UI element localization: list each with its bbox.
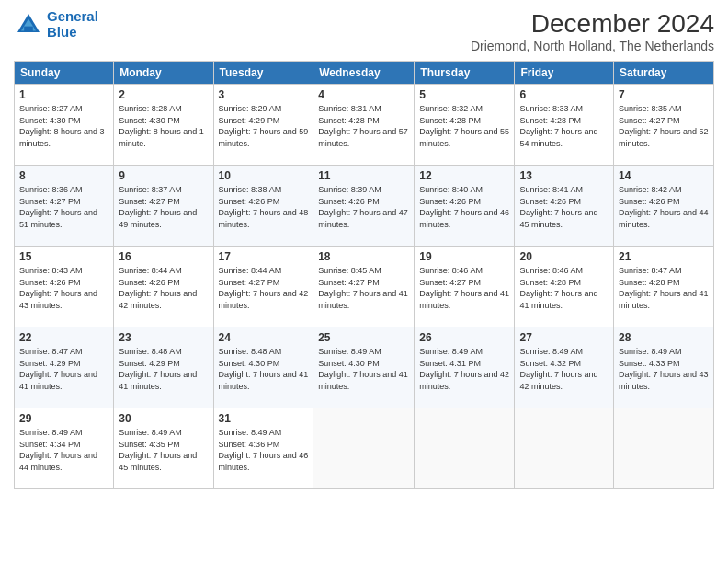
day-number: 29	[19, 412, 108, 425]
calendar-cell: 1 Sunrise: 8:27 AMSunset: 4:30 PMDayligh…	[15, 85, 114, 166]
svg-rect-2	[24, 26, 33, 31]
calendar-cell: 6 Sunrise: 8:33 AMSunset: 4:28 PMDayligh…	[515, 85, 614, 166]
day-info: Sunrise: 8:40 AMSunset: 4:26 PMDaylight:…	[419, 185, 509, 229]
day-info: Sunrise: 8:49 AMSunset: 4:35 PMDaylight:…	[119, 428, 197, 472]
day-number: 31	[219, 412, 309, 425]
day-number: 12	[419, 169, 509, 182]
col-saturday: Saturday	[614, 62, 714, 85]
calendar-cell: 21 Sunrise: 8:47 AMSunset: 4:28 PMDaylig…	[614, 247, 714, 327]
calendar-cell: 22 Sunrise: 8:47 AMSunset: 4:29 PMDaylig…	[15, 327, 114, 408]
calendar-cell: 12 Sunrise: 8:40 AMSunset: 4:26 PMDaylig…	[415, 166, 515, 247]
day-number: 11	[318, 169, 409, 182]
calendar-cell: 9 Sunrise: 8:37 AMSunset: 4:27 PMDayligh…	[114, 166, 213, 247]
day-number: 14	[619, 169, 709, 182]
day-number: 30	[119, 412, 208, 425]
day-info: Sunrise: 8:49 AMSunset: 4:36 PMDaylight:…	[219, 428, 309, 472]
day-number: 4	[318, 88, 409, 101]
day-info: Sunrise: 8:42 AMSunset: 4:26 PMDaylight:…	[619, 185, 709, 229]
header: General Blue December 2024 Driemond, Nor…	[14, 9, 714, 53]
calendar-cell	[515, 408, 614, 489]
day-number: 18	[318, 250, 409, 263]
calendar-cell: 23 Sunrise: 8:48 AMSunset: 4:29 PMDaylig…	[114, 327, 213, 408]
day-info: Sunrise: 8:46 AMSunset: 4:28 PMDaylight:…	[519, 266, 597, 310]
day-info: Sunrise: 8:49 AMSunset: 4:32 PMDaylight:…	[519, 347, 597, 391]
col-tuesday: Tuesday	[213, 62, 313, 85]
day-number: 17	[219, 250, 309, 263]
calendar-cell: 18 Sunrise: 8:45 AMSunset: 4:27 PMDaylig…	[313, 247, 415, 327]
calendar-cell: 20 Sunrise: 8:46 AMSunset: 4:28 PMDaylig…	[515, 247, 614, 327]
day-info: Sunrise: 8:46 AMSunset: 4:27 PMDaylight:…	[419, 266, 509, 310]
day-info: Sunrise: 8:45 AMSunset: 4:27 PMDaylight:…	[318, 266, 408, 310]
day-info: Sunrise: 8:37 AMSunset: 4:27 PMDaylight:…	[119, 185, 197, 229]
day-number: 19	[419, 250, 509, 263]
title-block: December 2024 Driemond, North Holland, T…	[471, 9, 714, 53]
day-number: 2	[119, 88, 208, 101]
day-info: Sunrise: 8:48 AMSunset: 4:30 PMDaylight:…	[219, 347, 309, 391]
day-number: 5	[419, 88, 509, 101]
calendar-cell: 5 Sunrise: 8:32 AMSunset: 4:28 PMDayligh…	[415, 85, 515, 166]
col-friday: Friday	[515, 62, 614, 85]
col-monday: Monday	[114, 62, 213, 85]
day-info: Sunrise: 8:36 AMSunset: 4:27 PMDaylight:…	[19, 185, 97, 229]
day-info: Sunrise: 8:48 AMSunset: 4:29 PMDaylight:…	[119, 347, 197, 391]
calendar-cell: 26 Sunrise: 8:49 AMSunset: 4:31 PMDaylig…	[415, 327, 515, 408]
day-info: Sunrise: 8:33 AMSunset: 4:28 PMDaylight:…	[519, 104, 597, 148]
calendar-cell: 16 Sunrise: 8:44 AMSunset: 4:26 PMDaylig…	[114, 247, 213, 327]
calendar-cell: 13 Sunrise: 8:41 AMSunset: 4:26 PMDaylig…	[515, 166, 614, 247]
day-number: 16	[119, 250, 208, 263]
calendar-body: 1 Sunrise: 8:27 AMSunset: 4:30 PMDayligh…	[15, 85, 714, 489]
day-info: Sunrise: 8:44 AMSunset: 4:27 PMDaylight:…	[219, 266, 309, 310]
day-info: Sunrise: 8:41 AMSunset: 4:26 PMDaylight:…	[519, 185, 597, 229]
calendar-week-5: 29 Sunrise: 8:49 AMSunset: 4:34 PMDaylig…	[15, 408, 714, 489]
day-info: Sunrise: 8:49 AMSunset: 4:33 PMDaylight:…	[619, 347, 709, 391]
day-number: 6	[519, 88, 609, 101]
day-info: Sunrise: 8:28 AMSunset: 4:30 PMDaylight:…	[119, 104, 204, 148]
day-number: 8	[19, 169, 108, 182]
calendar-week-4: 22 Sunrise: 8:47 AMSunset: 4:29 PMDaylig…	[15, 327, 714, 408]
calendar-cell: 8 Sunrise: 8:36 AMSunset: 4:27 PMDayligh…	[15, 166, 114, 247]
logo-text: General Blue	[47, 9, 98, 40]
calendar-week-3: 15 Sunrise: 8:43 AMSunset: 4:26 PMDaylig…	[15, 247, 714, 327]
day-info: Sunrise: 8:49 AMSunset: 4:31 PMDaylight:…	[419, 347, 509, 391]
calendar-cell: 17 Sunrise: 8:44 AMSunset: 4:27 PMDaylig…	[213, 247, 313, 327]
calendar-cell: 29 Sunrise: 8:49 AMSunset: 4:34 PMDaylig…	[15, 408, 114, 489]
calendar-cell: 7 Sunrise: 8:35 AMSunset: 4:27 PMDayligh…	[614, 85, 714, 166]
subtitle: Driemond, North Holland, The Netherlands	[471, 39, 714, 53]
day-number: 23	[119, 331, 208, 344]
day-info: Sunrise: 8:49 AMSunset: 4:30 PMDaylight:…	[318, 347, 408, 391]
calendar-week-2: 8 Sunrise: 8:36 AMSunset: 4:27 PMDayligh…	[15, 166, 714, 247]
day-number: 20	[519, 250, 609, 263]
day-info: Sunrise: 8:43 AMSunset: 4:26 PMDaylight:…	[19, 266, 97, 310]
day-number: 25	[318, 331, 409, 344]
day-number: 22	[19, 331, 108, 344]
day-number: 21	[619, 250, 709, 263]
day-info: Sunrise: 8:35 AMSunset: 4:27 PMDaylight:…	[619, 104, 709, 148]
calendar-cell	[415, 408, 515, 489]
logo-icon	[14, 10, 43, 40]
calendar-cell: 30 Sunrise: 8:49 AMSunset: 4:35 PMDaylig…	[114, 408, 213, 489]
day-info: Sunrise: 8:31 AMSunset: 4:28 PMDaylight:…	[318, 104, 408, 148]
day-info: Sunrise: 8:47 AMSunset: 4:28 PMDaylight:…	[619, 266, 709, 310]
calendar-cell: 10 Sunrise: 8:38 AMSunset: 4:26 PMDaylig…	[213, 166, 313, 247]
calendar-cell	[614, 408, 714, 489]
day-number: 9	[119, 169, 208, 182]
col-thursday: Thursday	[415, 62, 515, 85]
col-sunday: Sunday	[15, 62, 114, 85]
calendar-cell: 4 Sunrise: 8:31 AMSunset: 4:28 PMDayligh…	[313, 85, 415, 166]
day-info: Sunrise: 8:39 AMSunset: 4:26 PMDaylight:…	[318, 185, 408, 229]
logo-line1: General	[47, 8, 98, 24]
calendar-cell: 25 Sunrise: 8:49 AMSunset: 4:30 PMDaylig…	[313, 327, 415, 408]
day-number: 13	[519, 169, 609, 182]
day-number: 26	[419, 331, 509, 344]
header-row: Sunday Monday Tuesday Wednesday Thursday…	[15, 62, 714, 85]
day-number: 3	[219, 88, 309, 101]
day-info: Sunrise: 8:38 AMSunset: 4:26 PMDaylight:…	[219, 185, 309, 229]
day-info: Sunrise: 8:49 AMSunset: 4:34 PMDaylight:…	[19, 428, 97, 472]
day-info: Sunrise: 8:29 AMSunset: 4:29 PMDaylight:…	[219, 104, 309, 148]
calendar-cell: 11 Sunrise: 8:39 AMSunset: 4:26 PMDaylig…	[313, 166, 415, 247]
calendar-week-1: 1 Sunrise: 8:27 AMSunset: 4:30 PMDayligh…	[15, 85, 714, 166]
calendar-cell: 24 Sunrise: 8:48 AMSunset: 4:30 PMDaylig…	[213, 327, 313, 408]
calendar-cell: 27 Sunrise: 8:49 AMSunset: 4:32 PMDaylig…	[515, 327, 614, 408]
calendar-cell: 31 Sunrise: 8:49 AMSunset: 4:36 PMDaylig…	[213, 408, 313, 489]
calendar-cell: 14 Sunrise: 8:42 AMSunset: 4:26 PMDaylig…	[614, 166, 714, 247]
